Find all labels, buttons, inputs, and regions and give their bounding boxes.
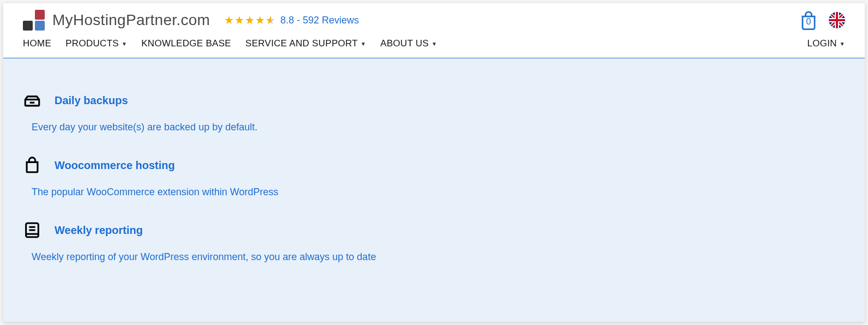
nav-products[interactable]: PRODUCTS ▼	[65, 38, 127, 49]
nav-item-label: SERVICE AND SUPPORT	[245, 38, 358, 49]
feature-daily-backups: Daily backups Every day your website(s) …	[23, 91, 845, 133]
backup-icon	[23, 91, 41, 110]
nav-item-label: ABOUT US	[381, 38, 429, 49]
chevron-down-icon: ▼	[840, 41, 845, 47]
report-icon	[23, 221, 41, 239]
nav-knowledge-base[interactable]: KNOWLEDGE BASE	[141, 38, 231, 49]
reviews-link[interactable]: ★★★★★ 8.8 - 592 Reviews	[224, 14, 359, 27]
nav-item-label: HOME	[23, 38, 51, 49]
nav-item-label: LOGIN	[807, 38, 836, 49]
nav-item-label: KNOWLEDGE BASE	[141, 38, 231, 49]
brand[interactable]: MyHostingPartner.com ★★★★★ 8.8 - 592 Rev…	[23, 10, 359, 31]
feature-weekly-reporting: Weekly reporting Weekly reporting of you…	[23, 221, 845, 263]
star-rating-icon: ★★★★★	[224, 14, 276, 27]
top-right: 0	[799, 10, 845, 30]
language-selector-button[interactable]	[829, 12, 845, 28]
cart-button[interactable]: 0	[799, 10, 818, 30]
uk-flag-icon	[829, 12, 845, 28]
feature-title[interactable]: Weekly reporting	[55, 224, 143, 237]
nav-service-support[interactable]: SERVICE AND SUPPORT ▼	[245, 38, 366, 49]
logo-icon	[23, 10, 47, 31]
feature-woocommerce: Woocommerce hosting The popular WooComme…	[23, 156, 845, 198]
nav-about-us[interactable]: ABOUT US ▼	[381, 38, 437, 49]
nav-login[interactable]: LOGIN ▼	[807, 38, 845, 49]
nav-item-label: PRODUCTS	[65, 38, 119, 49]
chevron-down-icon: ▼	[122, 41, 127, 47]
feature-desc: Every day your website(s) are backed up …	[32, 122, 845, 133]
reviews-text: 8.8 - 592 Reviews	[280, 15, 359, 26]
feature-desc: The popular WooCommerce extension within…	[32, 186, 845, 198]
feature-title[interactable]: Woocommerce hosting	[55, 159, 175, 172]
nav-home[interactable]: HOME	[23, 38, 51, 49]
feature-title[interactable]: Daily backups	[55, 94, 128, 107]
top-bar: MyHostingPartner.com ★★★★★ 8.8 - 592 Rev…	[3, 3, 865, 33]
nav-left: HOME PRODUCTS ▼ KNOWLEDGE BASE SERVICE A…	[23, 38, 437, 49]
features-section: Daily backups Every day your website(s) …	[3, 58, 865, 322]
feature-desc: Weekly reporting of your WordPress envir…	[32, 251, 845, 263]
shopping-bag-icon	[23, 156, 41, 174]
cart-count: 0	[799, 17, 818, 27]
chevron-down-icon: ▼	[432, 41, 437, 47]
chevron-down-icon: ▼	[360, 41, 366, 47]
brand-name: MyHostingPartner.com	[52, 11, 210, 29]
page: MyHostingPartner.com ★★★★★ 8.8 - 592 Rev…	[3, 3, 865, 322]
main-nav: HOME PRODUCTS ▼ KNOWLEDGE BASE SERVICE A…	[3, 33, 865, 58]
